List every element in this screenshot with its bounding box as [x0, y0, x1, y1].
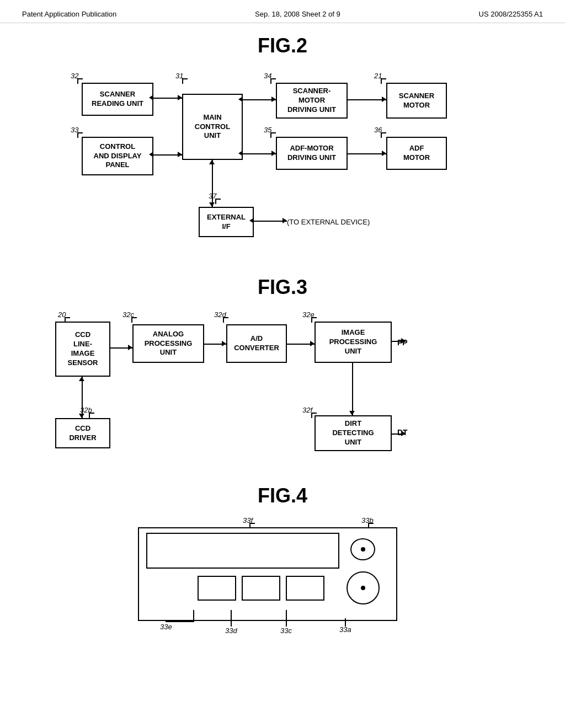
arrowhead-down-dirt: [349, 411, 355, 415]
ref-33a-label: 33a: [339, 625, 351, 634]
header-right: US 2008/225355 A1: [479, 10, 543, 18]
arrowhead-right-3: [271, 97, 276, 102]
fig3-title: FIG.3: [33, 276, 532, 299]
lcd-display: [146, 533, 339, 569]
arrowhead-right-1: [178, 95, 182, 100]
arrowhead-right-5: [382, 97, 386, 102]
led-indicator: [361, 547, 365, 552]
arrowhead-left-7: [249, 218, 254, 223]
fig4-diagram: 33f 33b: [33, 516, 532, 638]
scanner-motor-box: SCANNERMOTOR: [386, 83, 447, 119]
adf-motor-driving-unit-box: ADF-MOTORDRIVING UNIT: [276, 137, 348, 170]
line-33e-h: [166, 621, 194, 622]
header-center: Sep. 18, 2008 Sheet 2 of 9: [255, 10, 340, 18]
scanner-reading-unit-box: SCANNERREADING UNIT: [82, 83, 153, 116]
button-33e[interactable]: [198, 576, 236, 601]
arrowhead-right-4: [271, 151, 276, 156]
bracket-32d: [223, 317, 228, 323]
arrow-main-external: [212, 160, 213, 207]
adf-motor-box: ADFMOTOR: [386, 137, 447, 170]
image-proc-box: IMAGEPROCESSINGUNIT: [315, 322, 392, 363]
fig3-diagram: 20 32c 32d 32e 32b 32f CCDLINE-IMAGESENS…: [33, 308, 532, 462]
ref-33e-label: 33e: [160, 623, 172, 631]
arrowhead-left-4: [238, 151, 243, 156]
bracket-36: [381, 132, 386, 138]
ccd-sensor-box: CCDLINE-IMAGESENSOR: [55, 322, 110, 377]
arrowhead-analog-ad: [222, 341, 226, 346]
analog-proc-box: ANALOGPROCESSINGUNIT: [132, 324, 204, 363]
arrow-image-dirt-v: [352, 363, 353, 415]
control-display-panel-box: CONTROLAND DISPLAYPANEL: [82, 137, 153, 175]
patent-header: Patent Application Publication Sep. 18, …: [0, 0, 565, 23]
bracket-35: [270, 132, 276, 138]
arrowhead-left-2: [149, 152, 153, 157]
arrowhead-down-ccd: [79, 414, 84, 418]
external-if-box: EXTERNALI/F: [199, 207, 254, 237]
bracket-32b: [89, 413, 94, 418]
arrow-adf-motor: [348, 153, 386, 154]
arrowhead-up-ccd: [79, 377, 84, 381]
arrowhead-down-1: [209, 202, 215, 207]
fig2-diagram: 32 33 31 34 35 21 36 37 SCANNERR: [33, 66, 532, 254]
to-external-device-label: (TO EXTERNAL DEVICE): [287, 218, 370, 226]
button-33b[interactable]: [350, 538, 375, 560]
arrowhead-left-1: [149, 95, 153, 100]
button-33c[interactable]: [286, 576, 324, 601]
fig3-section: FIG.3 20 32c 32d 32e 32b 32f CCDLINE-IMA…: [33, 276, 532, 462]
arrow-main-scanner-motor: [243, 99, 276, 100]
arrowhead-right-6: [382, 151, 386, 156]
ad-converter-box: A/DCONVERTER: [226, 324, 287, 363]
main-control-unit-box: MAINCONTROLUNIT: [182, 94, 243, 160]
ref-33d-label: 33d: [225, 627, 237, 635]
arrowhead-dirt-dt: [401, 431, 406, 436]
line-33d-v: [231, 610, 232, 627]
arrowhead-ccd-analog: [128, 345, 132, 350]
arrowhead-left-3: [238, 97, 243, 102]
scanner-motor-driving-unit-box: SCANNER-MOTORDRIVING UNIT: [276, 83, 348, 119]
arrow-ccd-driver-v: [82, 377, 83, 418]
line-33c-v: [286, 610, 287, 627]
dial-center: [361, 586, 365, 590]
fig4-title: FIG.4: [33, 484, 532, 507]
fig2-title: FIG.2: [33, 34, 532, 57]
arrowhead-right-7: [282, 218, 287, 223]
arrowhead-right-2: [178, 152, 182, 157]
bracket-34: [270, 78, 276, 84]
fig2-section: FIG.2 32 33 31 34 35 21 36: [33, 34, 532, 254]
bracket-31: [182, 78, 188, 84]
arrowhead-image-pp: [401, 338, 406, 344]
ccd-driver-box: CCDDRIVER: [55, 418, 110, 448]
header-left: Patent Application Publication: [22, 10, 116, 18]
arrowhead-up-1: [209, 160, 215, 164]
arrow-smd-sm: [348, 99, 386, 100]
button-33d[interactable]: [242, 576, 280, 601]
fig4-section: FIG.4 33f 33b: [33, 484, 532, 638]
main-content: FIG.2 32 33 31 34 35 21 36: [0, 23, 565, 671]
ref-33c-label: 33c: [280, 627, 292, 635]
dial-33a[interactable]: [347, 571, 380, 604]
bracket-37: [215, 199, 221, 204]
arrow-external-device: [254, 221, 287, 222]
line-33e-v: [193, 610, 194, 621]
arrow-main-adf-motor: [243, 153, 276, 154]
bracket-21: [381, 78, 386, 84]
arrowhead-ad-image: [310, 341, 315, 346]
bracket-32c: [131, 317, 137, 323]
dirt-detecting-box: DIRTDETECTINGUNIT: [315, 415, 392, 451]
